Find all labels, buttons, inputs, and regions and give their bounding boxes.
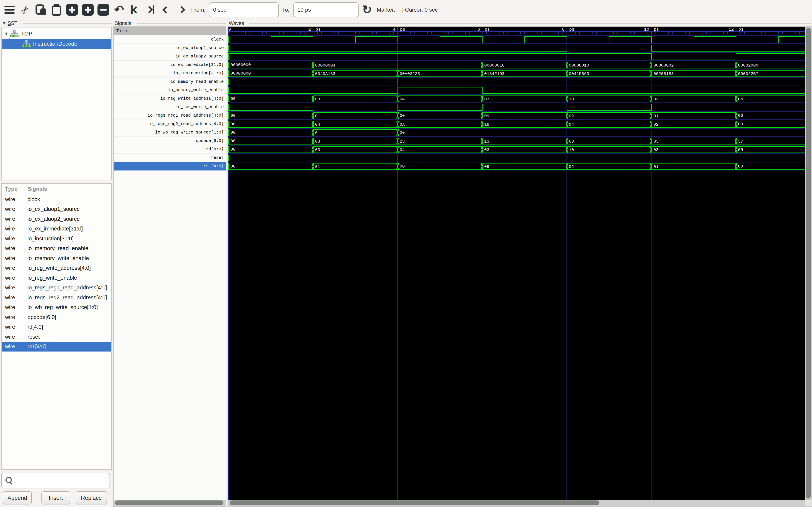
bus-transition (397, 129, 399, 136)
go-next-button[interactable] (175, 4, 188, 16)
go-next-icon (178, 6, 185, 13)
signal-table-row[interactable]: wireio_ex_aluop1_source (2, 204, 111, 214)
sst-header[interactable]: ▼ SST (2, 20, 17, 26)
bus-transition (481, 138, 483, 145)
undo-button[interactable]: ↶ (113, 4, 125, 16)
signal-name-row[interactable]: io_ex_aluop2_source (114, 52, 226, 61)
bus-transition (481, 146, 483, 153)
go-first-button[interactable] (129, 4, 141, 16)
waves-hscrollbar-thumb[interactable] (230, 500, 599, 505)
bus-value: 01 (653, 113, 658, 119)
toolbar-icons: ✂↶ (3, 4, 188, 16)
signal-table-row[interactable]: wireio_reg_write_enable (2, 273, 111, 283)
bus-value: 03 (484, 97, 489, 102)
bus-value: 00 (400, 113, 405, 118)
signal-table-row[interactable]: wireio_wb_reg_write_source[1:0] (2, 302, 111, 313)
bus-value: 03 (653, 147, 658, 153)
bus-transition (397, 138, 399, 145)
signal-name-row[interactable]: opcode[6:0] (114, 137, 226, 145)
wave-row-io_ex_immediate-31-0-: 0000000000000004000000180000001000000002… (228, 61, 805, 69)
zoom-out-button[interactable] (97, 4, 109, 16)
signal-name-row[interactable]: io_ex_aluop1_source (114, 44, 226, 52)
wave-canvas[interactable]: 02ps4ps6ps8ps10ps12ps 000000000000000400… (228, 27, 805, 500)
bus-transition (397, 146, 399, 153)
wave-row-io_memory_write_enable (228, 86, 805, 95)
signal-type-table: Type Signals wireclockwireio_ex_aluop1_s… (1, 183, 112, 470)
signal-table-row[interactable]: wireclock (2, 194, 111, 204)
signal-table-row[interactable]: wirerd[4:0] (2, 322, 111, 332)
signal-table-row[interactable]: wireio_reg_write_address[4:0] (2, 263, 111, 273)
signal-table-row[interactable]: wirers1[4:0] (2, 342, 111, 352)
bus-value: 00 (400, 164, 405, 169)
bus-value: 0184F193 (484, 71, 505, 77)
toolbar: ✂↶ From: To: ↻ Marker: -- | Cursor: 0 se… (0, 0, 812, 19)
collapse-triangle-icon[interactable]: ▼ (2, 21, 6, 26)
bus-transition (312, 129, 314, 136)
to-label: To: (282, 7, 290, 13)
signal-table-row[interactable]: wireio_memory_write_enable (2, 253, 111, 263)
signal-name-row[interactable]: rs1[4:0] (114, 162, 226, 170)
bus-transition (566, 70, 568, 77)
signals-hscrollbar-track[interactable] (114, 500, 226, 506)
reload-icon[interactable]: ↻ (362, 4, 372, 16)
tree-node-instructiondecode[interactable]: InstructionDecode (2, 39, 111, 49)
signal-name-row[interactable]: io_wb_reg_write_source[1:0] (114, 128, 226, 137)
timeline-label: 2 (277, 27, 311, 32)
signal-name-row[interactable]: rd[4:0] (114, 145, 226, 154)
timeline-label: 12 (700, 27, 734, 32)
copy-button[interactable] (35, 4, 47, 16)
go-last-button[interactable] (144, 4, 156, 16)
bus-value: 09 (484, 113, 489, 119)
append-button[interactable]: Append (3, 491, 32, 504)
signal-table-row[interactable]: wireio_ex_aluop2_source (2, 214, 111, 224)
go-previous-button[interactable] (160, 4, 172, 16)
signal-name-row[interactable]: reset (114, 154, 226, 162)
paste-button[interactable] (50, 4, 63, 16)
bus-value: 02 (569, 113, 574, 119)
insert-button[interactable]: Insert (42, 491, 70, 504)
bus-value: 03 (315, 139, 320, 144)
signal-table-row[interactable]: wireio_ex_immediate[31:0] (2, 224, 111, 234)
bus-value: 0A (400, 122, 405, 127)
signals-hscrollbar-thumb[interactable] (115, 500, 223, 505)
bus-value: 00A02223 (400, 71, 420, 77)
signal-table-row[interactable]: wireio_instruction[31:0] (2, 234, 111, 243)
bus-transition (650, 138, 652, 145)
tree-node-top[interactable]: ▼ TOP (2, 29, 111, 39)
bus-value: 00 (231, 121, 236, 127)
signal-table-row[interactable]: wireopcode[6:0] (2, 312, 111, 322)
signal-name-row[interactable]: io_reg_write_enable (114, 103, 226, 111)
bus-value: 33 (653, 139, 658, 144)
signal-name-row[interactable]: io_memory_read_enable (114, 77, 226, 86)
from-input[interactable] (209, 2, 279, 17)
signal-name-row[interactable]: io_reg_write_address[4:0] (114, 95, 226, 103)
signal-name-row[interactable]: io_ex_immediate[31:0] (114, 61, 226, 69)
bus-transition (481, 112, 483, 119)
bus-transition (566, 146, 568, 153)
bus-value: 00 (231, 147, 236, 152)
cut-button[interactable]: ✂ (19, 4, 31, 16)
signal-table-row[interactable]: wireio_memory_read_enable (2, 243, 111, 253)
to-input[interactable] (293, 2, 359, 17)
expander-icon[interactable]: ▼ (4, 31, 8, 36)
bus-value: 05 (738, 97, 743, 102)
signal-table-row[interactable]: wireio_regs_reg2_read_address[4:0] (2, 293, 111, 302)
signal-name-row[interactable]: clock (114, 35, 226, 44)
signal-name-row[interactable]: io_memory_write_enable (114, 86, 226, 95)
waves-vscrollbar-track[interactable] (805, 27, 812, 500)
signal-name-row[interactable]: io_regs_reg2_read_address[4:0] (114, 120, 226, 128)
signal-name-row[interactable]: io_instruction[31:0] (114, 69, 226, 77)
waves-hscrollbar-track[interactable] (228, 500, 805, 506)
signal-table-row[interactable]: wirereset (2, 332, 111, 342)
search-input[interactable] (13, 474, 109, 487)
menu-button[interactable] (3, 4, 16, 16)
zoom-fit-button[interactable] (66, 4, 78, 16)
signal-name-row[interactable]: io_regs_reg1_read_address[4:0] (114, 111, 226, 120)
time-header[interactable]: Time (114, 27, 226, 35)
replace-button[interactable]: Replace (76, 491, 107, 504)
wave-row-io_instruction-31-0-: 000000000040A18300A022230184F19300415863… (228, 69, 805, 77)
timeline-label: 6 (446, 27, 480, 32)
zoom-in-button[interactable] (82, 4, 94, 16)
waves-vscrollbar-thumb[interactable] (806, 28, 811, 499)
signal-table-row[interactable]: wireio_regs_reg1_read_address[4:0] (2, 283, 111, 293)
